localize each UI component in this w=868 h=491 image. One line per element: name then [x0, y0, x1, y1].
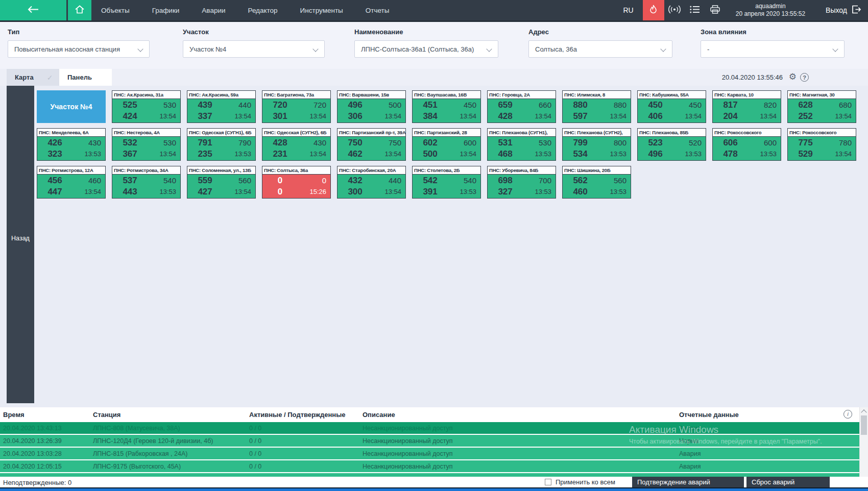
alarm-cell: ЛПНС-9175 (Выготского, 45А): [93, 463, 181, 470]
alarm-row[interactable]: 20.04.2020 13:03:28ЛПНС-815 (Рабкоровска…: [0, 448, 859, 459]
tab-map-label: Карта: [15, 73, 34, 81]
alarm-cell: Несанкционированный доступ: [363, 450, 453, 457]
filter-select[interactable]: Повысительная насосная станция: [8, 40, 150, 58]
station-value-setpoint: 780: [823, 138, 856, 147]
station-card-line: 42713:54: [187, 186, 255, 198]
nav-item[interactable]: Редактор: [248, 7, 277, 14]
station-value-time: 13:53: [73, 150, 105, 158]
station-card[interactable]: ПНС: Ротмистрова, 12А45646044713:54: [37, 166, 106, 199]
station-card[interactable]: ПНС: Горовца, 2А65966042813:54: [487, 90, 556, 123]
station-value-setpoint: 530: [148, 101, 180, 109]
station-value-secondary: 496: [638, 149, 673, 159]
back-button[interactable]: [0, 0, 66, 20]
station-card[interactable]: ПНС: Магнитная, 3062868025213:54: [787, 90, 856, 123]
station-value-secondary: 500: [413, 149, 448, 159]
filter-select[interactable]: Солтыса, 36а: [528, 40, 672, 58]
filter-select[interactable]: -: [701, 40, 845, 58]
tab-panel[interactable]: Панель: [59, 69, 112, 86]
area-card[interactable]: Участок №4: [37, 90, 106, 123]
station-value-secondary: 327: [488, 187, 523, 197]
station-card[interactable]: ПНС: Плеханова, 85Б52352049613:53: [637, 128, 706, 161]
station-card[interactable]: ПНС: Шишкина, 20Б56256046013:53: [562, 166, 631, 199]
station-value-current: 606: [713, 138, 748, 148]
station-value-time: 13:53: [448, 188, 480, 195]
station-card[interactable]: ПНС: Партизанский пр-т, 39А75075046213:5…: [337, 128, 406, 161]
station-card-line: 450450: [638, 100, 706, 111]
station-card[interactable]: ПНС: Нестерова, 4А53253036713:54: [112, 128, 181, 161]
alarm-row[interactable]: 20.04.2020 13:26:39ЛПНС-120Д4 (Героев 12…: [0, 435, 859, 447]
station-card-body: 72072030113:54: [262, 99, 330, 122]
station-card[interactable]: ПНС: Ак.Красина, 31а52553042413:54: [112, 90, 181, 123]
info-icon[interactable]: i: [843, 410, 852, 419]
apply-all-checkbox[interactable]: [545, 479, 551, 485]
scroll-up-icon[interactable]: [861, 409, 866, 415]
station-card[interactable]: ПНС: Илимская, 888088059713:54: [562, 90, 631, 123]
station-card-line: 42813:54: [488, 111, 556, 122]
station-card[interactable]: ПНС: Багратиона, 73а72072030113:54: [262, 90, 331, 123]
nav-item[interactable]: Отчеты: [366, 7, 390, 14]
alarm-cell: Несанкционированный доступ: [363, 437, 453, 445]
station-card[interactable]: ПНС: Плеханова (СУГН2),79980053413:53: [562, 128, 631, 161]
station-card[interactable]: ПНС: Одесская (СУГН1), 6Б79179023513:53: [187, 128, 256, 161]
filter-select[interactable]: Участок №4: [183, 40, 325, 58]
alarm-cell: ЛПНС-808 (Матусевича, 38А): [93, 425, 180, 432]
station-card[interactable]: ПНС: Варвашени, 15в49650030613:54: [337, 90, 406, 123]
station-value-setpoint: 450: [448, 101, 480, 109]
station-card[interactable]: ПНС: Плеханова (СУГН1),53153046813:53: [487, 128, 556, 161]
filter-select[interactable]: ЛПНС-Солтыса-36а1 (Солтыса, 36а): [354, 40, 498, 58]
alarm-cell: 0 / 0: [249, 437, 261, 445]
alarm-row[interactable]: 20.04.2020 13:43:13ЛПНС-808 (Матусевича,…: [0, 422, 859, 434]
broadcast-icon: [668, 5, 681, 16]
station-value-time: 13:54: [448, 112, 480, 120]
chevron-down-icon: [312, 46, 318, 52]
broadcast-button[interactable]: [664, 0, 685, 20]
station-card-title: ПНС: Карвата, 10: [713, 91, 781, 99]
alarm-row[interactable]: 20.04.2020 12:05:15ЛПНС-9175 (Выготского…: [0, 460, 859, 472]
station-card[interactable]: ПНС: Соломенная, ул., 13Б55956042713:54: [187, 166, 256, 199]
confirm-alarms-button[interactable]: Подтверждение аварий: [632, 477, 744, 487]
station-card[interactable]: ПНС: Рокоссовского77578052913:54: [787, 128, 856, 161]
nav-item[interactable]: Объекты: [101, 7, 130, 14]
print-button[interactable]: [705, 0, 726, 20]
station-card[interactable]: ПНС: Карвата, 1081782020413:54: [712, 90, 781, 123]
reset-alarms-button[interactable]: Сброс аварий: [746, 477, 830, 487]
station-card[interactable]: ПНС: Одесская (СУГН2), 6Б42843023113:54: [262, 128, 331, 161]
station-value-time: 13:53: [598, 150, 631, 158]
alarm-cell: Несанкционированный доступ: [363, 463, 453, 470]
logout-button[interactable]: Выход: [826, 5, 861, 15]
language-switch[interactable]: RU: [623, 6, 633, 14]
help-icon[interactable]: ?: [800, 73, 809, 82]
station-value-setpoint: 500: [373, 101, 405, 109]
nav-item[interactable]: Инструменты: [300, 7, 343, 14]
back-sidebar[interactable]: Назад: [7, 86, 34, 403]
chevron-down-icon: [137, 46, 143, 52]
station-card-line: 44713:54: [37, 186, 105, 198]
nav-item[interactable]: Аварии: [202, 7, 225, 14]
station-value-setpoint: 820: [748, 101, 781, 109]
station-value-time: 13:53: [148, 188, 180, 195]
home-button[interactable]: [68, 0, 91, 20]
station-card[interactable]: ПНС: Столетова, 2Б54254039113:53: [412, 166, 481, 199]
station-card[interactable]: ПНС: Солтыса, 36а00015:26: [262, 166, 331, 199]
station-card[interactable]: ПНС: Менделеева, 6А42643032313:53: [37, 128, 106, 161]
station-value-setpoint: 530: [148, 138, 180, 147]
event-list-button[interactable]: [685, 0, 705, 20]
station-card[interactable]: ПНС: Партизанский, 2860260050013:54: [412, 128, 481, 161]
station-card[interactable]: ПНС: Ак.Красина, 59а43944033713:54: [187, 90, 256, 123]
nav-item[interactable]: Графики: [152, 7, 180, 14]
tab-map[interactable]: Карта ✓: [7, 69, 59, 86]
station-card[interactable]: ПНС: Уборевича, 84Б69870032713:53: [487, 166, 556, 199]
status-bar: Неподтвержденные: 0 Применить ко всем По…: [0, 477, 868, 487]
scrollbar-thumb[interactable]: [861, 415, 867, 435]
station-card[interactable]: ПНС: Кабушкина, 55А45045040613:54: [637, 90, 706, 123]
station-card[interactable]: ПНС: Ваупшасава, 16В45145038413:54: [412, 90, 481, 123]
table-scrollbar[interactable]: [859, 407, 868, 487]
station-card[interactable]: ПНС: Ротмистрова, 34А53754044313:53: [112, 166, 181, 199]
gear-icon[interactable]: ⚙: [789, 71, 797, 83]
station-card[interactable]: ПНС: Старобинская, 20А43244030013:54: [337, 166, 406, 199]
chevron-down-icon: [486, 46, 492, 52]
station-card[interactable]: ПНС: Рокоссовского60660047813:53: [712, 128, 781, 161]
filter-select-value: Солтыса, 36а: [535, 45, 577, 53]
station-card-body: 42843023113:54: [262, 137, 330, 160]
alarms-button[interactable]: [643, 0, 664, 20]
